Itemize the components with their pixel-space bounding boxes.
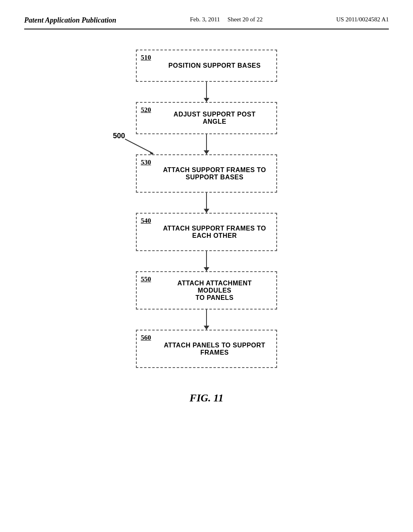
header: Patent Application Publication Feb. 3, 2… (24, 16, 389, 29)
arrow-540-550 (206, 251, 207, 271)
step-510-box: 510 POSITION SUPPORT BASES (136, 50, 277, 82)
arrow-510-520 (206, 82, 207, 102)
step-510-label: 510 (141, 54, 151, 62)
header-center: Feb. 3, 2011 Sheet 20 of 22 (190, 16, 263, 23)
sheet-label: Sheet 20 of 22 (227, 16, 263, 23)
step-510-text: POSITION SUPPORT BASES (161, 62, 268, 69)
step-520-text: ADJUST SUPPORT POST ANGLE (161, 111, 268, 125)
diagram-label-500: 500 (113, 132, 125, 140)
publication-label: Patent Application Publication (24, 16, 116, 25)
step-540-box: 540 ATTACH SUPPORT FRAMES TOEACH OTHER (136, 213, 277, 251)
step-550-text: ATTACH ATTACHMENT MODULESTO PANELS (161, 280, 268, 301)
step-560-label: 560 (141, 334, 151, 342)
arrow-530-540 (206, 193, 207, 213)
figure-caption: FIG. 11 (24, 392, 389, 404)
step-540-label: 540 (141, 217, 151, 225)
flowchart-container: 500 510 POSITION SUPPORT BASES 520 ADJUS… (24, 50, 389, 368)
step-550-box: 550 ATTACH ATTACHMENT MODULESTO PANELS (136, 271, 277, 310)
step-520-label: 520 (141, 106, 151, 114)
step-520-box: 520 ADJUST SUPPORT POST ANGLE (136, 102, 277, 134)
step-560-text: ATTACH PANELS TO SUPPORTFRAMES (161, 342, 268, 356)
step-560-box: 560 ATTACH PANELS TO SUPPORTFRAMES (136, 330, 277, 368)
step-540-text: ATTACH SUPPORT FRAMES TOEACH OTHER (161, 225, 268, 239)
page: Patent Application Publication Feb. 3, 2… (0, 0, 413, 532)
step-530-label: 530 (141, 158, 151, 166)
flow-wrapper: 510 POSITION SUPPORT BASES 520 ADJUST SU… (136, 50, 277, 368)
arrow-550-560 (206, 310, 207, 330)
step-530-text: ATTACH SUPPORT FRAMES TOSUPPORT BASES (161, 166, 268, 181)
step-550-label: 550 (141, 275, 151, 283)
date-label: Feb. 3, 2011 (190, 16, 220, 23)
patent-number: US 2011/0024582 A1 (336, 16, 389, 23)
arrow-520-530 (206, 134, 207, 154)
step-530-box: 530 ATTACH SUPPORT FRAMES TOSUPPORT BASE… (136, 154, 277, 193)
